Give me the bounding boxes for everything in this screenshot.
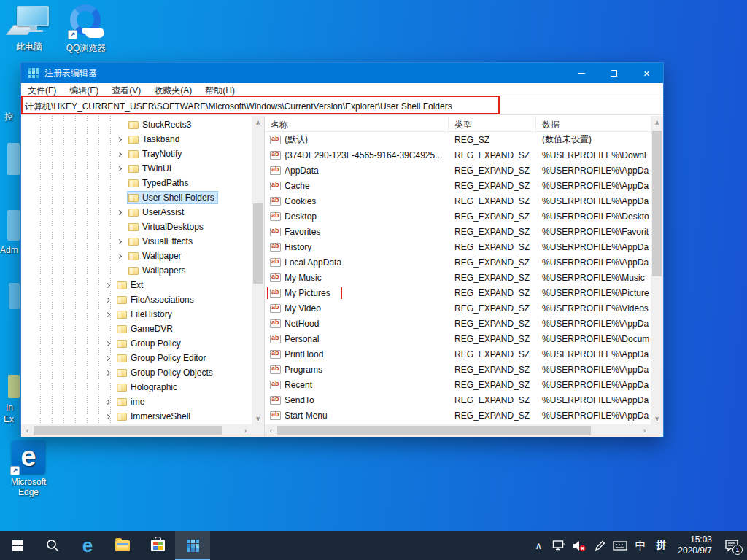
value-row[interactable]: Favorites REG_EXPAND_SZ %USERPROFILE%\Fa… (265, 224, 651, 239)
value-row[interactable]: NetHood REG_EXPAND_SZ %USERPROFILE%\AppD… (265, 316, 651, 331)
list-hscroll-thumb[interactable] (277, 426, 591, 435)
value-row[interactable]: History REG_EXPAND_SZ %USERPROFILE%\AppD… (265, 239, 651, 254)
menu-item[interactable]: 查看(V) (105, 83, 147, 98)
desktop-icon-qq-browser[interactable]: ↗ QQ浏览器 (58, 4, 114, 55)
tray-expand-chevron-icon[interactable]: ∧ (529, 531, 548, 560)
tree-horizontal-scrollbar[interactable]: ‹ › (21, 424, 252, 437)
window-titlebar[interactable]: 注册表编辑器 × (21, 63, 663, 83)
value-row[interactable]: Cookies REG_EXPAND_SZ %USERPROFILE%\AppD… (265, 193, 651, 209)
value-row[interactable]: {374DE290-123F-4565-9164-39C4925... REG_… (265, 147, 651, 163)
column-header-data[interactable]: 数据 (536, 116, 651, 131)
tree-item[interactable]: ime (21, 394, 252, 409)
touch-keyboard-icon[interactable] (611, 531, 630, 560)
tree-item[interactable]: TWinUI (21, 161, 252, 176)
value-row[interactable]: Local AppData REG_EXPAND_SZ %USERPROFILE… (265, 254, 651, 270)
value-row[interactable]: (默认) REG_SZ (数值未设置) (265, 132, 651, 147)
expand-chevron-icon[interactable] (105, 311, 110, 316)
tree-vertical-scrollbar[interactable]: ∧ ∨ (252, 116, 264, 424)
scroll-down-icon[interactable]: ∨ (651, 412, 663, 424)
expand-chevron-icon[interactable] (105, 341, 110, 346)
tree-item[interactable]: Taskband (21, 132, 252, 147)
expand-chevron-icon[interactable] (117, 253, 122, 258)
menu-item[interactable]: 收藏夹(A) (147, 83, 198, 98)
desktop-icon-this-pc[interactable]: 此电脑 (1, 6, 57, 53)
taskbar-file-explorer-button[interactable] (105, 531, 140, 560)
expand-chevron-icon[interactable] (105, 370, 110, 375)
value-row[interactable]: My Pictures REG_EXPAND_SZ %USERPROFILE%\… (265, 285, 651, 300)
tree-hscroll-thumb[interactable] (34, 426, 222, 435)
scroll-up-icon[interactable]: ∧ (651, 116, 663, 128)
column-header-type[interactable]: 类型 (449, 116, 536, 131)
close-button[interactable]: × (630, 63, 663, 83)
column-header-name[interactable]: 名称 (265, 116, 449, 131)
search-button[interactable] (35, 531, 70, 560)
value-row[interactable]: Personal REG_EXPAND_SZ %USERPROFILE%\Doc… (265, 331, 651, 346)
value-row[interactable]: Cache REG_EXPAND_SZ %USERPROFILE%\AppDa (265, 178, 651, 193)
start-button[interactable] (0, 531, 35, 560)
value-row[interactable]: Recent REG_EXPAND_SZ %USERPROFILE%\AppDa (265, 377, 651, 392)
expand-chevron-icon[interactable] (105, 355, 110, 360)
tree-item[interactable]: Group Policy (21, 336, 252, 351)
expand-chevron-icon[interactable] (105, 413, 110, 419)
list-vscroll-thumb[interactable] (652, 131, 662, 276)
tree-item[interactable]: Group Policy Objects (21, 365, 252, 380)
expand-chevron-icon[interactable] (117, 209, 122, 214)
value-row[interactable]: My Video REG_EXPAND_SZ %USERPROFILE%\Vid… (265, 300, 651, 316)
pen-icon[interactable] (590, 531, 609, 560)
scroll-right-icon[interactable]: › (239, 424, 252, 437)
value-row[interactable]: PrintHood REG_EXPAND_SZ %USERPROFILE%\Ap… (265, 346, 651, 362)
expand-chevron-icon[interactable] (117, 136, 122, 141)
scroll-up-icon[interactable]: ∧ (252, 116, 264, 128)
tree-item[interactable]: GameDVR (21, 322, 252, 336)
minimize-button[interactable] (565, 63, 597, 83)
address-bar[interactable]: 计算机\HKEY_CURRENT_USER\SOFTWARE\Microsoft… (21, 98, 663, 115)
menu-item[interactable]: 文件(F) (21, 83, 63, 98)
value-row[interactable]: Desktop REG_EXPAND_SZ %USERPROFILE%\Desk… (265, 209, 651, 224)
tree-item[interactable]: Wallpapers (21, 263, 252, 278)
tree-item[interactable]: FileHistory (21, 307, 252, 322)
list-vertical-scrollbar[interactable]: ∧ ∨ (651, 116, 663, 424)
tree-item[interactable]: FileAssociations (21, 292, 252, 307)
expand-chevron-icon[interactable] (105, 282, 110, 287)
action-center-button[interactable]: 1 (719, 531, 744, 560)
tree-item[interactable]: UserAssist (21, 205, 252, 219)
tree-item[interactable]: StuckRects3 (21, 117, 252, 132)
expand-chevron-icon[interactable] (117, 151, 122, 156)
expand-chevron-icon[interactable] (117, 238, 122, 244)
tree-item[interactable]: Holographic (21, 380, 252, 394)
scroll-left-icon[interactable]: ‹ (21, 424, 34, 437)
expand-chevron-icon[interactable] (105, 399, 110, 404)
value-row[interactable]: SendTo REG_EXPAND_SZ %USERPROFILE%\AppDa (265, 392, 651, 408)
menu-item[interactable]: 编辑(E) (63, 83, 105, 98)
value-row[interactable]: My Music REG_EXPAND_SZ %USERPROFILE%\Mus… (265, 270, 651, 285)
network-icon[interactable] (549, 531, 568, 560)
volume-muted-icon[interactable] (570, 531, 589, 560)
expand-chevron-icon[interactable] (117, 166, 122, 171)
taskbar-clock[interactable]: 15:03 2020/9/7 (672, 534, 718, 556)
tree-item[interactable]: TrayNotify (21, 147, 252, 161)
scroll-right-icon[interactable]: › (638, 424, 651, 437)
tree-item[interactable]: Group Policy Editor (21, 351, 252, 365)
tree-item[interactable]: VisualEffects (21, 234, 252, 249)
menu-item[interactable]: 帮助(H) (198, 83, 241, 98)
taskbar-registry-editor-button[interactable] (175, 531, 210, 560)
ime-pinyin-indicator[interactable]: 拼 (651, 531, 670, 560)
taskbar-store-button[interactable] (140, 531, 175, 560)
tree-item[interactable]: Wallpaper (21, 249, 252, 263)
tree-item[interactable]: ImmersiveShell (21, 409, 252, 424)
value-row[interactable]: Programs REG_EXPAND_SZ %USERPROFILE%\App… (265, 362, 651, 377)
scroll-left-icon[interactable]: ‹ (265, 424, 277, 437)
maximize-button[interactable] (597, 63, 630, 83)
taskbar-edge-button[interactable]: e (70, 531, 105, 560)
tree-item[interactable]: VirtualDesktops (21, 219, 252, 234)
value-row[interactable]: AppData REG_EXPAND_SZ %USERPROFILE%\AppD… (265, 163, 651, 178)
tree-item[interactable]: Ext (21, 278, 252, 292)
value-row[interactable]: Start Menu REG_EXPAND_SZ %USERPROFILE%\A… (265, 408, 651, 423)
list-horizontal-scrollbar[interactable]: ‹ › (265, 424, 651, 437)
scroll-down-icon[interactable]: ∨ (252, 412, 264, 424)
desktop-icon-microsoft-edge[interactable]: e ↗ Microsoft Edge (1, 440, 56, 497)
tree-item[interactable]: User Shell Folders (21, 190, 252, 205)
tree-vscroll-thumb[interactable] (253, 203, 263, 284)
expand-chevron-icon[interactable] (105, 297, 110, 302)
ime-language-indicator[interactable]: 中 (631, 531, 650, 560)
